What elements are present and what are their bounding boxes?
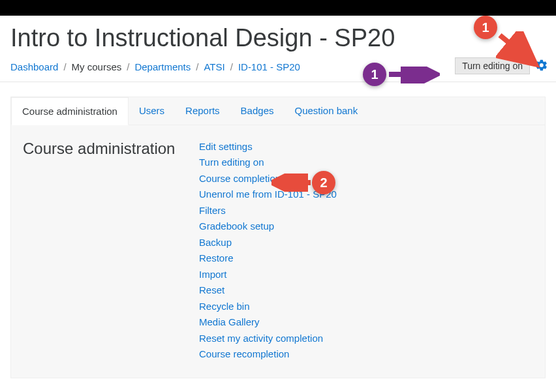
tab-row: Course administration Users Reports Badg… [11, 97, 545, 125]
arrow-purple-1 [388, 67, 440, 83]
admin-heading: Course administration [23, 140, 199, 362]
admin-panel: Course administration Edit settings Turn… [11, 125, 545, 362]
breadcrumb-sep: / [127, 61, 129, 72]
link-reset[interactable]: Reset [199, 283, 337, 298]
link-restore[interactable]: Restore [199, 251, 337, 266]
top-bar [0, 0, 556, 16]
breadcrumb-atsi[interactable]: ATSI [204, 61, 224, 72]
callout-1-purple: 1 [363, 63, 386, 86]
link-turn-editing-on[interactable]: Turn editing on [199, 155, 337, 170]
breadcrumb-sep: / [63, 61, 66, 72]
breadcrumb-course[interactable]: ID-101 - SP20 [238, 61, 300, 72]
link-course-recompletion[interactable]: Course recompletion [199, 347, 337, 362]
tab-course-administration[interactable]: Course administration [11, 97, 129, 125]
breadcrumb-mycourses: My courses [72, 61, 122, 72]
svg-line-1 [500, 35, 532, 61]
breadcrumb-sep: / [196, 61, 198, 72]
link-backup[interactable]: Backup [199, 235, 337, 250]
callout-1-red: 1 [474, 16, 497, 39]
link-filters[interactable]: Filters [199, 204, 337, 219]
link-edit-settings[interactable]: Edit settings [199, 140, 337, 155]
tab-badges[interactable]: Badges [230, 97, 285, 125]
breadcrumb: Dashboard / My courses / Departments / A… [10, 61, 300, 72]
tabs-panel: Course administration Users Reports Badg… [10, 97, 546, 378]
tab-reports[interactable]: Reports [175, 97, 230, 125]
arrow-red-1 [496, 31, 542, 70]
link-reset-activity-completion[interactable]: Reset my activity completion [199, 331, 337, 346]
breadcrumb-dashboard[interactable]: Dashboard [10, 61, 58, 72]
page-title: Intro to Instructional Design - SP20 [0, 16, 556, 56]
divider [0, 82, 556, 82]
breadcrumb-row: Dashboard / My courses / Departments / A… [0, 56, 556, 82]
tab-users[interactable]: Users [129, 97, 175, 125]
link-recycle-bin[interactable]: Recycle bin [199, 299, 337, 314]
link-media-gallery[interactable]: Media Gallery [199, 315, 337, 330]
breadcrumb-departments[interactable]: Departments [134, 61, 191, 72]
breadcrumb-sep: / [230, 61, 233, 72]
link-gradebook-setup[interactable]: Gradebook setup [199, 219, 337, 234]
content-area: Course administration Users Reports Badg… [0, 97, 556, 378]
callout-2-red: 2 [312, 171, 335, 194]
arrow-red-2 [271, 173, 315, 192]
link-import[interactable]: Import [199, 267, 337, 282]
tab-question-bank[interactable]: Question bank [284, 97, 368, 125]
